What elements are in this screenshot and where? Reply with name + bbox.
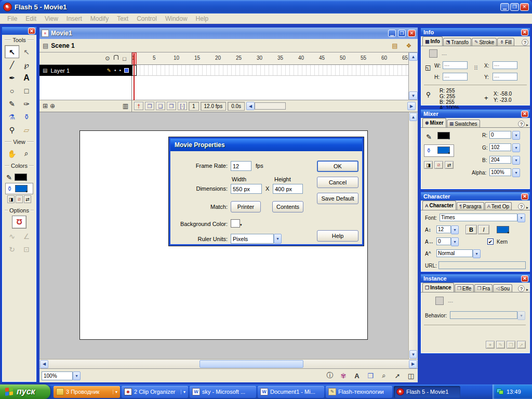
instance-launcher-icon[interactable]: ❒ — [366, 372, 375, 380]
baseline-dropdown-icon[interactable]: ▾ — [473, 249, 481, 258]
panel-tab[interactable]: ◁Sou — [493, 284, 512, 292]
smooth-option[interactable]: ∿ — [5, 230, 19, 243]
menu-item[interactable]: Window — [161, 14, 192, 23]
frame-rate-value[interactable]: 12.0 fps — [201, 102, 227, 111]
scroll-down-icon[interactable]: ▼ — [409, 91, 418, 100]
panel-tab[interactable]: ⚱Fill — [497, 38, 514, 46]
background-color-dropdown-icon[interactable]: ▾ — [240, 223, 242, 227]
y-value[interactable]: --- — [493, 73, 517, 81]
timeline-vscrollbar[interactable]: ▲ ▼ — [408, 52, 418, 100]
panel-tab[interactable]: ✎Stroke — [472, 38, 497, 46]
mixer-fill-swatch[interactable] — [437, 147, 450, 154]
panel-tab[interactable]: AText Op — [485, 202, 512, 210]
edit-multiframe-icon[interactable]: ❒ — [167, 102, 176, 110]
onion-skin-icon[interactable]: ❐ — [145, 102, 154, 110]
g-input[interactable]: 102 — [489, 143, 511, 151]
taskbar-item[interactable]: Flash-технологии — [326, 386, 392, 398]
zoom-control[interactable]: 100% ▾ — [42, 371, 81, 380]
snap-magnet-option[interactable]: Ω — [12, 216, 26, 229]
center-frame-icon[interactable]: † — [134, 102, 143, 110]
doc-close-button[interactable]: ✕ — [408, 30, 416, 37]
arrow-tool[interactable]: ↖ — [5, 45, 19, 58]
scroll-left-icon[interactable]: ◀ — [40, 360, 48, 368]
character-close-icon[interactable]: ✕ — [521, 193, 528, 200]
menu-item[interactable]: Help — [192, 14, 213, 23]
g-dropdown-icon[interactable]: ▾ — [512, 143, 520, 152]
goto-symbol-button[interactable]: ➚ — [517, 341, 526, 349]
cancel-button[interactable]: Cancel — [317, 177, 358, 188]
help-button[interactable]: Help — [317, 230, 358, 242]
panel-tab[interactable]: ACharacter — [422, 201, 456, 210]
zoom-tool[interactable]: ⌕ — [19, 147, 34, 160]
doc-minimize-button[interactable]: ▁ — [388, 30, 396, 37]
alpha-dropdown-icon[interactable]: ▾ — [512, 168, 520, 177]
taskbar-item[interactable]: Document1 - Mi... — [258, 386, 324, 398]
tracking-input[interactable]: 0 — [436, 237, 451, 245]
b-dropdown-icon[interactable]: ▾ — [512, 156, 520, 165]
no-color-button[interactable]: ⧄ — [434, 161, 443, 169]
line-tool[interactable]: ╱ — [5, 58, 19, 71]
text-tool[interactable]: A — [19, 71, 34, 84]
x-value[interactable]: --- — [493, 61, 517, 69]
ink-bottle-tool[interactable]: ⚗ — [5, 110, 19, 123]
character-launcher-icon[interactable]: A — [352, 372, 362, 380]
taskbar-item[interactable]: 2 Clip Organizer ▾ — [122, 386, 188, 398]
taskbar-item[interactable]: 3 Проводник ▾ — [54, 386, 120, 398]
taskbar-item[interactable]: sky - Microsoft ... — [190, 386, 256, 398]
width-input[interactable] — [231, 184, 262, 194]
layer-outline-color-swatch[interactable] — [124, 68, 129, 73]
lasso-tool[interactable]: ℘ — [19, 58, 34, 71]
swap-colors-button[interactable]: ⇄ — [445, 161, 454, 169]
panel-tab[interactable]: ⬔Transfo — [443, 38, 471, 46]
outline-icon[interactable]: □ — [123, 56, 126, 62]
layer-visible-dot-icon[interactable]: • — [114, 68, 116, 73]
flyout-menu-icon[interactable]: ▸ — [526, 205, 528, 210]
pencil-tool[interactable]: ✎ — [5, 97, 19, 110]
r-input[interactable]: 0 — [489, 131, 511, 139]
paint-bucket-tool[interactable]: ⚱ — [19, 110, 34, 123]
text-color-swatch[interactable] — [497, 226, 509, 233]
taskbar-item[interactable]: Flash 5 - Movie1 — [394, 386, 460, 398]
ok-button[interactable]: OK — [317, 161, 358, 172]
pen-tool[interactable]: ✒ — [5, 71, 19, 84]
swap-colors-button[interactable]: ⇄ — [24, 195, 31, 203]
scale-option[interactable]: ⊡ — [19, 243, 34, 256]
menu-item[interactable]: View — [41, 14, 62, 23]
bold-button[interactable]: B — [466, 225, 477, 234]
h-value[interactable]: --- — [443, 73, 468, 81]
hand-tool[interactable]: ✋ — [5, 147, 19, 160]
menu-item[interactable]: Insert — [62, 14, 86, 23]
timeline-scroll-thumb[interactable] — [255, 102, 286, 110]
info-launcher-icon[interactable]: ⓘ — [325, 371, 335, 380]
dialog-titlebar[interactable]: Movie Properties — [170, 139, 362, 151]
scroll-down-icon[interactable]: ▼ — [409, 350, 417, 358]
menu-item[interactable]: File — [3, 14, 21, 23]
oval-tool[interactable]: ○ — [5, 84, 19, 97]
scroll-up-icon[interactable]: ▲ — [409, 52, 418, 61]
zoom-value[interactable]: 100% — [42, 371, 73, 380]
menu-item[interactable]: Edit — [21, 14, 41, 23]
help-icon[interactable]: ? — [522, 39, 528, 46]
ruler-units-select[interactable]: Pixels — [231, 234, 274, 244]
timeline-hscrollbar[interactable]: ◀ — [246, 102, 406, 110]
doc-restore-button[interactable]: ❐ — [398, 30, 406, 37]
library-launcher-icon[interactable]: ◫ — [406, 372, 416, 380]
close-button[interactable]: ✕ — [520, 3, 529, 11]
height-input[interactable] — [273, 184, 303, 194]
edit-symbols-icon[interactable]: ❖ — [403, 41, 415, 50]
playhead-line[interactable] — [134, 54, 135, 100]
help-icon[interactable]: ? — [518, 121, 525, 127]
menu-item[interactable]: Modify — [86, 14, 113, 23]
help-icon[interactable]: ? — [518, 203, 525, 210]
italic-button[interactable]: I — [478, 225, 489, 234]
rotate-option[interactable]: ↻ — [5, 243, 19, 256]
panel-tab[interactable]: ❒Fra — [474, 284, 493, 292]
restore-button[interactable]: ❐ — [510, 3, 519, 11]
panel-tab[interactable]: ¶Paragra — [457, 202, 484, 210]
edit-symbol-button[interactable]: ✎ — [496, 341, 505, 349]
menu-item[interactable]: Control — [132, 14, 161, 23]
save-default-button[interactable]: Save Default — [317, 193, 358, 204]
no-color-button[interactable]: ⧄ — [16, 195, 23, 203]
registration-grid-icon[interactable]: ⠿ — [474, 65, 478, 72]
behavior-select[interactable] — [450, 311, 517, 319]
